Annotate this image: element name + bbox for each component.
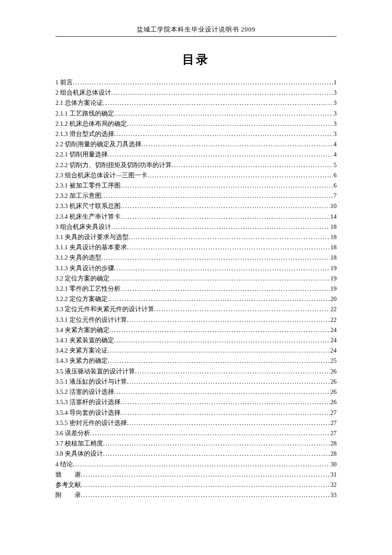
toc-entry-label: 2.1.3 滑台型式的选择 bbox=[55, 129, 114, 139]
toc-leader-dots bbox=[127, 418, 330, 428]
toc-leader-dots bbox=[108, 294, 330, 304]
toc-entry-page: 5 bbox=[333, 160, 337, 170]
toc-entry-label: 4 结论 bbox=[55, 459, 73, 469]
toc-leader-dots bbox=[103, 448, 330, 459]
toc-entry-page: 18 bbox=[330, 242, 337, 252]
toc-entry: 3.1 夹具的设计要求与选型18 bbox=[55, 232, 337, 242]
toc-leader-dots bbox=[81, 469, 330, 480]
toc-leader-dots bbox=[121, 211, 330, 222]
toc-entry-label: 2.2.2 切削力、切削扭矩及切削功率的计算 bbox=[55, 160, 172, 170]
toc-entry-page: 32 bbox=[330, 480, 337, 490]
toc-entry-label: 3.1 夹具的设计要求与选型 bbox=[55, 232, 129, 242]
toc-entry: 3.5.3 活塞杆的设计选择26 bbox=[55, 397, 337, 407]
toc-entry-label: 2.3.3 机床尺寸联系总图 bbox=[55, 201, 121, 211]
toc-entry-page: 28 bbox=[330, 448, 337, 459]
toc-entry-label: 3.2.2 定位方案确定 bbox=[55, 294, 108, 304]
toc-entry-label: 3.4.3 夹紧力的确定 bbox=[55, 356, 108, 366]
toc-entry-page: 19 bbox=[330, 283, 337, 294]
toc-entry: 2.1.1 工艺路线的确定3 bbox=[55, 108, 337, 119]
toc-entry-page: 24 bbox=[330, 335, 337, 345]
table-of-contents: 1 前言12 组合机床总体设计32.1 总体方案论证32.1.1 工艺路线的确定… bbox=[55, 77, 337, 500]
toc-entry: 4 结论30 bbox=[55, 459, 337, 469]
toc-title: 目录 bbox=[55, 52, 337, 68]
toc-entry-label: 3.1.3 夹具设计的步骤 bbox=[55, 263, 114, 273]
toc-entry-page: 19 bbox=[330, 273, 337, 283]
toc-entry: 3.4 夹紧方案的确定24 bbox=[55, 325, 337, 335]
toc-entry: 2.3.4 机床生产率计算卡14 bbox=[55, 211, 337, 222]
toc-leader-dots bbox=[121, 397, 330, 407]
toc-entry: 3.5.5 密封元件的设计选择27 bbox=[55, 418, 337, 428]
toc-entry: 2.2 切削用量的确定及刀具选择4 bbox=[55, 139, 337, 149]
toc-entry: 2.3 组合机床总体设计—三图一卡6 bbox=[55, 170, 337, 180]
toc-leader-dots bbox=[127, 376, 330, 387]
toc-leader-dots bbox=[121, 283, 330, 294]
page-header: 盐城工学院本科生毕业设计说明书 2009 bbox=[55, 26, 337, 37]
toc-entry-label: 3.1.2 夹具的选型 bbox=[55, 252, 101, 263]
toc-entry: 2.2.2 切削力、切削扭矩及切削功率的计算5 bbox=[55, 160, 337, 170]
toc-entry-page: 18 bbox=[330, 252, 337, 263]
toc-entry: 3.5 液压驱动装置的设计计算26 bbox=[55, 366, 337, 376]
toc-entry: 3.1.1 夹具设计的基本要求18 bbox=[55, 242, 337, 252]
toc-entry: 3.6 误差分析27 bbox=[55, 428, 337, 438]
toc-entry-page: 30 bbox=[330, 459, 337, 469]
toc-entry-page: 10 bbox=[330, 201, 337, 211]
toc-leader-dots bbox=[110, 325, 330, 335]
toc-entry-label: 2.3 组合机床总体设计—三图一卡 bbox=[55, 170, 147, 180]
toc-leader-dots bbox=[114, 335, 330, 345]
toc-leader-dots bbox=[81, 480, 330, 490]
toc-entry-page: 14 bbox=[330, 211, 337, 222]
toc-entry-page: 26 bbox=[330, 376, 337, 387]
toc-leader-dots bbox=[108, 345, 330, 356]
toc-entry-page: 27 bbox=[330, 418, 337, 428]
toc-leader-dots bbox=[103, 438, 330, 448]
toc-leader-dots bbox=[127, 119, 333, 129]
toc-entry-page: 22 bbox=[330, 304, 337, 314]
toc-entry-page: 6 bbox=[333, 170, 337, 180]
toc-entry-label: 参考文献 bbox=[55, 480, 81, 490]
toc-entry: 3.2 定位方案的确定19 bbox=[55, 273, 337, 283]
toc-entry-label: 附 录 bbox=[55, 490, 81, 500]
toc-entry-label: 3.5 液压驱动装置的设计计算 bbox=[55, 366, 135, 376]
toc-entry-label: 1 前言 bbox=[55, 77, 73, 87]
toc-entry-label: 3.3 定位元件和夹紧元件的设计计算 bbox=[55, 304, 154, 314]
toc-leader-dots bbox=[110, 273, 330, 283]
toc-leader-dots bbox=[81, 490, 330, 500]
toc-leader-dots bbox=[73, 77, 333, 87]
toc-entry: 致 谢31 bbox=[55, 469, 337, 480]
toc-entry-label: 3.7 校核加工精度 bbox=[55, 438, 103, 448]
toc-leader-dots bbox=[121, 201, 330, 211]
toc-entry: 3.4.2 夹紧方案论证24 bbox=[55, 345, 337, 356]
toc-entry-page: 26 bbox=[330, 366, 337, 376]
toc-entry: 附 录33 bbox=[55, 490, 337, 500]
toc-entry-label: 2.3.1 被加工零件工序图 bbox=[55, 180, 121, 191]
toc-entry-label: 2.1.1 工艺路线的确定 bbox=[55, 108, 114, 119]
toc-entry-page: 7 bbox=[333, 191, 337, 201]
toc-leader-dots bbox=[129, 232, 330, 242]
toc-entry-label: 3.4.1 夹紧装置的确定 bbox=[55, 335, 114, 345]
toc-entry-page: 22 bbox=[330, 315, 337, 325]
toc-entry-label: 3.5.2 活塞的设计选择 bbox=[55, 387, 114, 397]
toc-leader-dots bbox=[114, 129, 333, 139]
toc-entry-label: 2 组合机床总体设计 bbox=[55, 87, 111, 98]
toc-entry: 2.3.1 被加工零件工序图6 bbox=[55, 180, 337, 191]
toc-entry-label: 3.1.1 夹具设计的基本要求 bbox=[55, 242, 127, 252]
toc-entry-label: 3.8 夹具体的设计 bbox=[55, 448, 103, 459]
toc-entry: 3.4.1 夹紧装置的确定24 bbox=[55, 335, 337, 345]
toc-leader-dots bbox=[121, 408, 330, 418]
toc-entry: 3.1.3 夹具设计的步骤19 bbox=[55, 263, 337, 273]
toc-leader-dots bbox=[114, 263, 330, 273]
toc-entry-page: 27 bbox=[330, 408, 337, 418]
toc-leader-dots bbox=[111, 87, 333, 98]
toc-entry: 2 组合机床总体设计3 bbox=[55, 87, 337, 98]
toc-leader-dots bbox=[154, 304, 330, 314]
toc-entry-page: 3 bbox=[333, 87, 337, 98]
toc-entry-page: 6 bbox=[333, 180, 337, 191]
toc-entry-page: 3 bbox=[333, 98, 337, 108]
toc-entry-label: 2.3.2 加工示意图 bbox=[55, 191, 101, 201]
toc-entry-page: 3 bbox=[333, 108, 337, 119]
toc-leader-dots bbox=[114, 108, 333, 119]
toc-entry-page: 3 bbox=[333, 119, 337, 129]
toc-entry-label: 2.3.4 机床生产率计算卡 bbox=[55, 211, 121, 222]
toc-leader-dots bbox=[147, 170, 333, 180]
toc-leader-dots bbox=[135, 366, 330, 376]
